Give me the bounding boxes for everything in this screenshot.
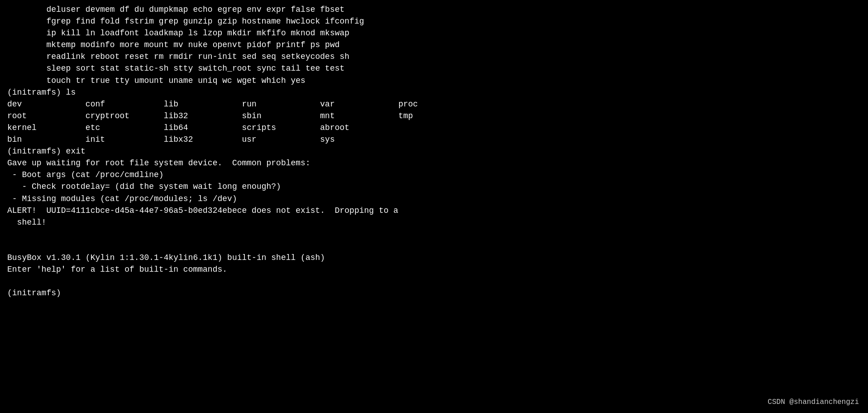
terminal-line: (initramfs) xyxy=(7,287,861,299)
terminal-line: root cryptroot lib32 sbin mnt tmp xyxy=(7,110,861,122)
terminal-line: bin init libx32 usr sys xyxy=(7,134,861,145)
terminal-line: readlink reboot reset rm rmdir run-init … xyxy=(7,51,861,62)
terminal-line: mktemp modinfo more mount mv nuke openvt… xyxy=(7,39,861,51)
terminal-line: shell! xyxy=(7,216,861,228)
terminal-line: dev conf lib run var proc xyxy=(7,98,861,110)
terminal-content: deluser devmem df du dumpkmap echo egrep… xyxy=(7,4,861,299)
terminal-line: touch tr true tty umount uname uniq wc w… xyxy=(7,75,861,86)
terminal-window[interactable]: deluser devmem df du dumpkmap echo egrep… xyxy=(0,0,868,413)
terminal-line: fgrep find fold fstrim grep gunzip gzip … xyxy=(7,15,861,27)
terminal-line: - Missing modules (cat /proc/modules; ls… xyxy=(7,193,861,205)
terminal-line: (initramfs) exit xyxy=(7,145,861,157)
terminal-line: deluser devmem df du dumpkmap echo egrep… xyxy=(7,4,861,15)
terminal-line: ip kill ln loadfont loadkmap ls lzop mkd… xyxy=(7,27,861,39)
terminal-line: ALERT! UUID=4111cbce-d45a-44e7-96a5-b0ed… xyxy=(7,205,861,216)
terminal-line: Gave up waiting for root file system dev… xyxy=(7,157,861,169)
terminal-line: Enter 'help' for a list of built-in comm… xyxy=(7,264,861,275)
terminal-line: (initramfs) ls xyxy=(7,86,861,98)
terminal-line: - Boot args (cat /proc/cmdline) xyxy=(7,169,861,181)
terminal-line: kernel etc lib64 scripts abroot xyxy=(7,122,861,134)
terminal-line: sleep sort stat static-sh stty switch_ro… xyxy=(7,62,861,74)
watermark: CSDN @shandianchengzi xyxy=(768,397,859,408)
terminal-line: - Check rootdelay= (did the system wait … xyxy=(7,181,861,192)
terminal-line xyxy=(7,240,861,252)
terminal-line: BusyBox v1.30.1 (Kylin 1:1.30.1-4kylin6.… xyxy=(7,252,861,264)
terminal-line xyxy=(7,228,861,240)
terminal-line xyxy=(7,275,861,287)
